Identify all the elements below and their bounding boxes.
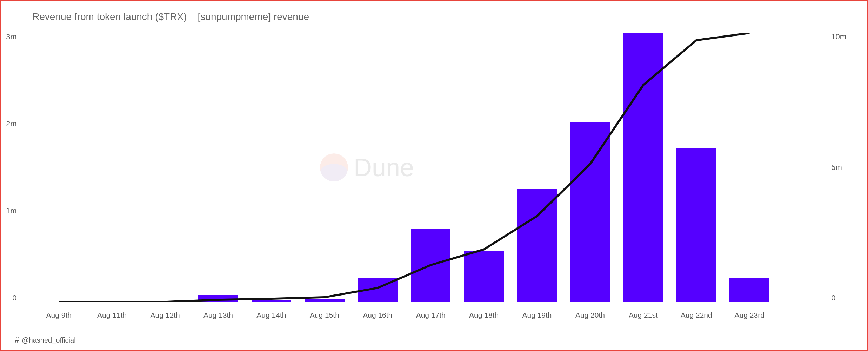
bar-9: [517, 189, 557, 302]
x-tick-5: Aug 15th: [298, 311, 351, 319]
bar-11: [623, 33, 663, 302]
bar-8: [464, 251, 504, 302]
bar-group-11: [617, 33, 670, 302]
x-tick-6: Aug 16th: [351, 311, 404, 319]
x-tick-0: Aug 9th: [32, 311, 85, 319]
dune-text: Dune: [354, 153, 414, 182]
y-right-tick-0: 0: [831, 294, 846, 302]
y-axis-right: 0 5m 10m: [831, 33, 846, 302]
x-tick-7: Aug 17th: [404, 311, 457, 319]
bar-3: [198, 295, 238, 302]
dune-watermark: Dune: [320, 153, 414, 182]
bar-12: [676, 148, 716, 302]
chart-title: Revenue from token launch ($TRX) [sunpum…: [32, 11, 853, 22]
bar-group-12: [670, 33, 723, 302]
x-tick-4: Aug 14th: [245, 311, 298, 319]
bar-group-1: [85, 33, 138, 302]
bar-7: [411, 229, 451, 302]
x-tick-3: Aug 13th: [192, 311, 245, 319]
y-right-tick-5m: 5m: [831, 164, 846, 171]
bar-group-0: [32, 33, 85, 302]
bar-group-3: [192, 33, 245, 302]
y-left-tick-1m: 1m: [6, 207, 17, 215]
hash-icon: #: [15, 336, 19, 345]
x-tick-12: Aug 22nd: [670, 311, 723, 319]
x-tick-2: Aug 12th: [139, 311, 192, 319]
bar-group-8: [457, 33, 510, 302]
chart-container: Revenue from token launch ($TRX) [sunpum…: [0, 0, 868, 351]
bar-group-10: [563, 33, 616, 302]
dune-logo-svg: [320, 153, 348, 181]
y-right-tick-10m: 10m: [831, 33, 846, 41]
y-axis-left: 0 1m 2m 3m: [6, 33, 17, 302]
bar-10: [570, 122, 610, 302]
footer-handle: @hashed_official: [22, 336, 75, 344]
x-tick-1: Aug 11th: [85, 311, 138, 319]
x-tick-8: Aug 18th: [457, 311, 510, 319]
bar-4: [252, 300, 292, 302]
y-left-tick-0: 0: [6, 294, 17, 302]
chart-area: 0 1m 2m 3m Dune Aug 9thAu: [32, 33, 776, 302]
x-tick-9: Aug 19th: [510, 311, 563, 319]
y-left-tick-3m: 3m: [6, 33, 17, 41]
y-left-tick-2m: 2m: [6, 120, 17, 128]
svg-point-1: [320, 164, 348, 181]
x-tick-13: Aug 23rd: [723, 311, 776, 319]
bar-group-9: [510, 33, 563, 302]
title-sub: [sunpumpmeme] revenue: [198, 11, 309, 22]
footer: # @hashed_official: [15, 336, 76, 345]
title-main: Revenue from token launch ($TRX): [32, 11, 187, 22]
bar-group-4: [245, 33, 298, 302]
x-tick-10: Aug 20th: [563, 311, 616, 319]
bar-6: [358, 278, 398, 302]
x-axis: Aug 9thAug 11thAug 12thAug 13thAug 14thA…: [32, 311, 776, 319]
bar-5: [305, 299, 345, 302]
bar-group-13: [723, 33, 776, 302]
bar-13: [729, 278, 769, 302]
bar-group-2: [139, 33, 192, 302]
x-tick-11: Aug 21st: [617, 311, 670, 319]
